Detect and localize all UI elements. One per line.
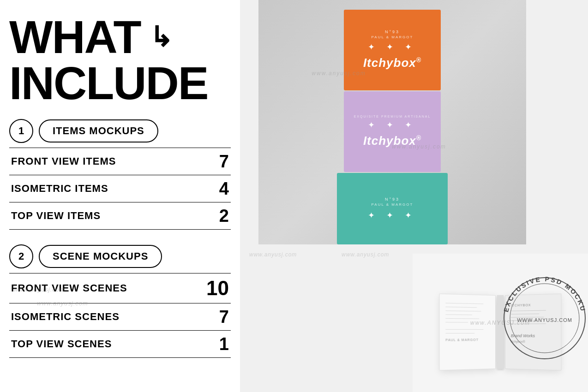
box-orange-name: Itchybox® [363,56,421,70]
watermark-right2: www.anyusj.com [342,251,389,258]
svg-text:WWW.ANYUSJ.COM: WWW.ANYUSJ.COM [517,317,572,323]
svg-text:EXCLUSIVE PSD MOCKU: EXCLUSIVE PSD MOCKU [502,275,587,313]
box-teal: N°93 PAUL & MARGOT ✦ ✦ ✦ [337,173,448,244]
front-view-items-count: 7 [219,153,229,170]
top-view-items-count: 2 [219,207,229,225]
list-item: FRONT VIEW ITEMS 7 [9,148,231,175]
list-item: ISOMETRIC ITEMS 4 [9,175,231,202]
arrow-icon: ↳ [150,21,173,53]
top-view-items-label: TOP VIEW ITEMS [11,210,101,222]
box-teal-brand: PAUL & MARGOT [372,202,414,207]
list-item: ISOMETRIC SCENES 7 [9,303,231,331]
box-orange-number: N°93 [385,30,400,34]
right-panel: N°93 PAUL & MARGOT ✦ ✦ ✦ Itchybox® EXQUI… [240,0,588,392]
isometric-items-count: 4 [219,180,229,197]
title-line1: WHAT [9,14,140,60]
isometric-scenes-count: 7 [219,308,229,326]
section2-badge: 2 SCENE MOCKUPS [9,244,231,268]
list-item: TOP VIEW ITEMS 2 [9,202,231,230]
main-product-image: N°93 PAUL & MARGOT ✦ ✦ ✦ Itchybox® EXQUI… [258,0,526,244]
main-title: WHAT ↳ INCLUDE [9,14,231,106]
list-item: FRONT VIEW SCENES 10 [9,273,231,303]
list-item: TOP VIEW SCENES 1 [9,331,231,358]
front-view-items-label: FRONT VIEW ITEMS [11,155,116,167]
section1-items-list: FRONT VIEW ITEMS 7 ISOMETRIC ITEMS 4 TOP… [9,148,231,230]
book-left-page: PAUL & MARGOT [439,294,496,371]
section1-label: ITEMS MOCKUPS [39,119,158,143]
box-teal-number: N°93 [385,197,400,202]
front-view-scenes-count: 10 [206,278,229,298]
section2-label: SCENE MOCKUPS [39,245,162,268]
title-line2: INCLUDE [9,57,208,109]
box-purple: EXQUISITE PREMIUM ARTISANAL ✦ ✦ ✦ Itchyb… [344,91,441,172]
box-orange-brand: PAUL & MARGOT [372,35,414,39]
section1-number: 1 [9,119,33,143]
top-view-scenes-count: 1 [219,335,229,353]
box-orange-stars: ✦ ✦ ✦ [368,42,416,52]
box-purple-stars: ✦ ✦ ✦ [368,120,416,130]
section2-number: 2 [9,244,33,268]
top-view-scenes-label: TOP VIEW SCENES [11,338,112,350]
exclusive-stamp: EXCLUSIVE PSD MOCKU WWW.ANYUSJ.COM [498,272,588,364]
left-panel: WHAT ↳ INCLUDE 1 ITEMS MOCKUPS FRONT VIE… [0,0,240,392]
section2-items-list: FRONT VIEW SCENES 10 ISOMETRIC SCENES 7 … [9,273,231,358]
box-purple-name: Itchybox® [363,134,421,148]
section1-badge: 1 ITEMS MOCKUPS [9,119,231,143]
watermark-right1: www.anyusj.com [249,251,297,258]
isometric-items-label: ISOMETRIC ITEMS [11,183,108,195]
box-purple-text: EXQUISITE PREMIUM ARTISANAL [345,115,440,118]
isometric-scenes-label: ISOMETRIC SCENES [11,311,120,323]
box-orange: N°93 PAUL & MARGOT ✦ ✦ ✦ Itchybox® [344,10,441,90]
front-view-scenes-label: FRONT VIEW SCENES [11,282,127,294]
box-teal-stars: ✦ ✦ ✦ [368,210,416,220]
